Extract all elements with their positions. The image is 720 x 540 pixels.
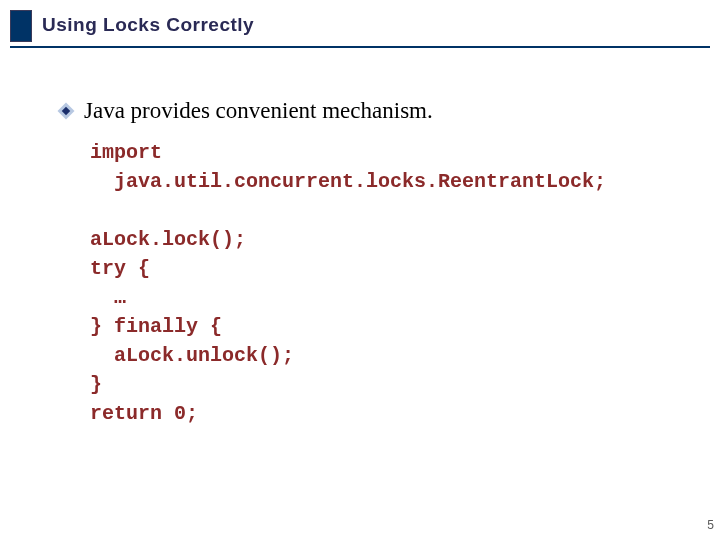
bullet-text: Java provides convenient mechanism.	[84, 98, 433, 124]
title-underline	[10, 46, 710, 48]
code-block: import java.util.concurrent.locks.Reentr…	[90, 138, 680, 428]
title-corner-box	[10, 10, 32, 42]
slide: Using Locks Correctly Java provides conv…	[0, 0, 720, 540]
bullet-item: Java provides convenient mechanism.	[60, 98, 680, 124]
slide-title: Using Locks Correctly	[42, 14, 254, 36]
diamond-bullet-icon	[60, 105, 72, 117]
slide-body: Java provides convenient mechanism. impo…	[60, 98, 680, 428]
page-number: 5	[707, 518, 714, 532]
